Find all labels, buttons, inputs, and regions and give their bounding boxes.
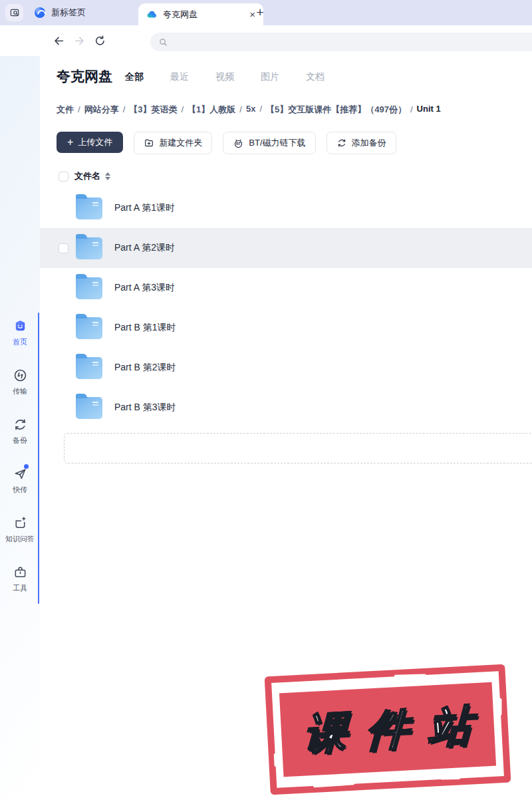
file-name: Part A 第3课时 bbox=[114, 282, 175, 294]
file-name: Part B 第3课时 bbox=[114, 402, 176, 414]
sort-icon[interactable] bbox=[105, 172, 110, 180]
workspace-search-button[interactable] bbox=[5, 4, 23, 21]
browser-tab-quark-drive[interactable]: 夸克网盘 × bbox=[138, 3, 263, 25]
breadcrumb-item[interactable]: 【3】英语类 bbox=[129, 104, 188, 116]
filter-tab[interactable]: 视频 bbox=[215, 71, 234, 83]
filter-tab[interactable]: 文档 bbox=[306, 71, 325, 83]
file-row[interactable]: Part B 第2课时 bbox=[40, 348, 532, 388]
browser-tab-bar: 新标签页 夸克网盘 × + bbox=[0, 0, 532, 25]
action-buttons: + 上传文件 新建文件夹 BT BT/磁力链下载 bbox=[57, 132, 396, 154]
folder-icon bbox=[76, 317, 102, 339]
plus-icon: + bbox=[67, 137, 73, 148]
forward-icon[interactable] bbox=[72, 34, 86, 47]
bt-download-label: BT/磁力链下载 bbox=[249, 137, 305, 149]
tab-label: 夸克网盘 bbox=[163, 9, 198, 21]
svg-text:BT: BT bbox=[236, 142, 241, 146]
file-row[interactable]: Part B 第3课时 bbox=[40, 388, 532, 428]
file-row[interactable]: Part A 第3课时 bbox=[40, 268, 532, 308]
select-all-checkbox[interactable] bbox=[59, 172, 68, 182]
file-name: Part A 第1课时 bbox=[114, 202, 175, 214]
new-folder-icon bbox=[144, 138, 154, 148]
file-name: Part B 第1课时 bbox=[114, 322, 176, 334]
folder-icon bbox=[76, 397, 102, 419]
sidebar-item-label: 传输 bbox=[13, 386, 27, 396]
search-icon bbox=[158, 37, 168, 47]
app-sidebar: 首页 传输 备份 bbox=[0, 56, 40, 798]
sidebar-item-quick-send[interactable]: 快传 bbox=[0, 466, 40, 495]
tools-icon bbox=[12, 564, 28, 580]
page-title: 夸克网盘 bbox=[57, 67, 112, 86]
folder-icon bbox=[76, 198, 102, 219]
file-list-header: 文件名 bbox=[40, 168, 532, 184]
sidebar-item-label: 首页 bbox=[13, 337, 27, 347]
file-row[interactable]: Part B 第1课时 bbox=[40, 308, 532, 348]
home-smiley-icon bbox=[12, 318, 28, 334]
breadcrumb-item[interactable]: Unit 1 bbox=[417, 104, 441, 116]
breadcrumb-item[interactable]: 5x bbox=[246, 104, 266, 116]
transfer-icon bbox=[12, 367, 28, 383]
file-list: Part A 第1课时 Part A 第2课时 Part A 第3课时 Part… bbox=[40, 188, 532, 428]
file-name: Part B 第2课时 bbox=[114, 362, 176, 374]
sidebar-item-label: 备份 bbox=[13, 436, 27, 446]
filter-tab[interactable]: 最近 bbox=[170, 71, 189, 83]
file-row[interactable]: Part A 第2课时 bbox=[40, 228, 532, 268]
knowledge-icon bbox=[12, 515, 28, 531]
new-tab-icon[interactable]: + bbox=[252, 5, 268, 21]
sidebar-item-backup[interactable]: 备份 bbox=[0, 416, 40, 446]
address-search-bar[interactable] bbox=[150, 33, 532, 51]
row-checkbox[interactable] bbox=[59, 243, 68, 253]
navigation-toolbar bbox=[0, 25, 532, 56]
breadcrumb-item[interactable]: 【5】交互版课件【推荐】（497份） bbox=[266, 104, 417, 116]
sidebar-item-label: 工具 bbox=[13, 583, 27, 593]
notification-badge bbox=[24, 464, 29, 469]
sidebar-scroll-indicator bbox=[38, 313, 39, 604]
bt-download-icon: BT bbox=[233, 138, 244, 149]
tab-label: 新标签页 bbox=[51, 7, 86, 19]
quick-send-icon bbox=[12, 466, 28, 481]
file-row[interactable]: Part A 第1课时 bbox=[40, 188, 532, 228]
breadcrumb-item[interactable]: 【1】人教版 bbox=[188, 104, 246, 116]
sidebar-item-label: 知识问答 bbox=[5, 534, 35, 544]
upload-button[interactable]: + 上传文件 bbox=[57, 132, 123, 153]
file-name: Part A 第2课时 bbox=[114, 242, 175, 254]
breadcrumb-item[interactable]: 文件 bbox=[57, 104, 84, 116]
sidebar-item-label: 快传 bbox=[13, 485, 27, 495]
address-search-input[interactable] bbox=[174, 37, 532, 48]
filter-tab[interactable]: 全部 bbox=[125, 71, 144, 83]
bt-download-button[interactable]: BT BT/磁力链下载 bbox=[223, 132, 315, 154]
add-backup-button[interactable]: 添加备份 bbox=[327, 132, 396, 154]
sidebar-item-knowledge[interactable]: 知识问答 bbox=[0, 515, 40, 544]
sidebar-item-transfer[interactable]: 传输 bbox=[0, 367, 40, 396]
breadcrumb: 文件 网站分享 【3】英语类 【1】人教版 5x 【5】交互版课件【推荐】（49… bbox=[57, 104, 441, 116]
quark-browser-icon bbox=[35, 7, 45, 18]
back-icon[interactable] bbox=[52, 34, 65, 47]
new-folder-label: 新建文件夹 bbox=[159, 137, 202, 149]
sidebar-nav: 首页 传输 备份 bbox=[0, 318, 40, 613]
backup-icon bbox=[12, 416, 28, 432]
breadcrumb-item[interactable]: 网站分享 bbox=[84, 104, 130, 116]
quark-drive-cloud-icon bbox=[146, 9, 158, 19]
browser-tab-newtab[interactable]: 新标签页 bbox=[27, 0, 94, 25]
refresh-icon[interactable] bbox=[93, 34, 106, 47]
folder-icon bbox=[76, 357, 102, 379]
filename-column-header[interactable]: 文件名 bbox=[74, 170, 100, 182]
workspace-search-icon bbox=[9, 7, 20, 18]
folder-icon bbox=[76, 237, 102, 259]
add-backup-label: 添加备份 bbox=[352, 137, 386, 149]
filter-tabs: 全部 最近 视频 图片 文档 bbox=[125, 71, 325, 83]
new-folder-button[interactable]: 新建文件夹 bbox=[134, 132, 212, 154]
drive-main: 夸克网盘 全部 最近 视频 图片 文档 文件 网站分享 【3】英语类 【1】人教… bbox=[40, 56, 532, 798]
filter-tab[interactable]: 图片 bbox=[261, 71, 279, 83]
folder-icon bbox=[76, 277, 102, 299]
upload-button-label: 上传文件 bbox=[78, 136, 112, 148]
sidebar-item-home[interactable]: 首页 bbox=[0, 318, 40, 347]
sidebar-item-tools[interactable]: 工具 bbox=[0, 564, 40, 593]
upload-dropzone[interactable] bbox=[64, 433, 532, 464]
add-backup-icon bbox=[336, 138, 347, 148]
